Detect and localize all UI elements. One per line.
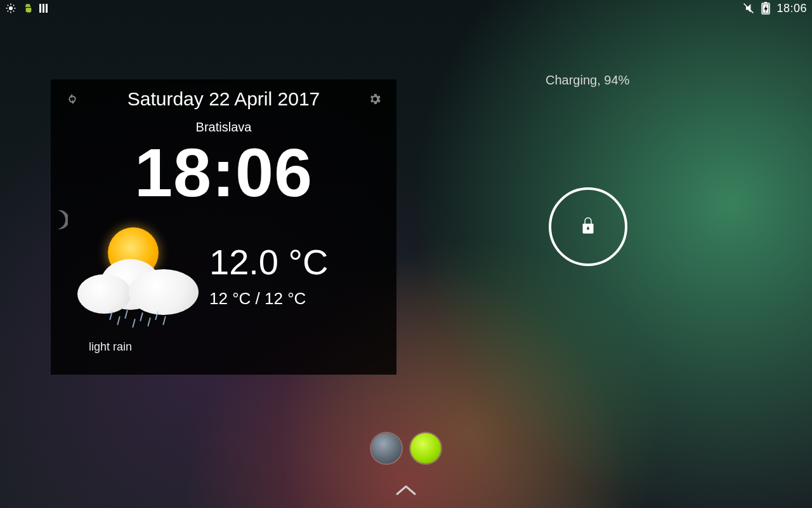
android-icon <box>23 3 33 13</box>
lock-icon <box>577 215 599 239</box>
svg-point-10 <box>29 6 29 6</box>
svg-line-7 <box>8 11 9 12</box>
svg-point-0 <box>9 6 13 10</box>
svg-rect-13 <box>764 2 767 4</box>
bars-icon <box>39 4 48 13</box>
user-avatar-1[interactable] <box>371 433 402 464</box>
temperature-range: 12 °C / 12 °C <box>209 289 328 309</box>
battery-charging-icon <box>761 2 770 15</box>
weather-description: light rain <box>89 340 384 354</box>
svg-line-6 <box>13 11 15 12</box>
unlock-ring[interactable] <box>549 187 627 266</box>
settings-button[interactable] <box>366 90 384 108</box>
widget-topbar: Saturday 22 April 2017 <box>63 88 384 110</box>
svg-point-9 <box>27 6 27 6</box>
svg-line-5 <box>8 5 9 6</box>
weather-clock-widget[interactable]: Saturday 22 April 2017 Bratislava 18:06 … <box>51 79 396 375</box>
widget-date: Saturday 22 April 2017 <box>81 88 366 110</box>
vibrate-mute-icon <box>742 2 755 15</box>
user-switcher <box>371 433 441 464</box>
widget-clock: 18:06 <box>63 133 384 212</box>
user-avatar-2[interactable] <box>410 433 441 464</box>
charging-status: Charging, 94% <box>546 73 629 88</box>
temperature-current: 12.0 °C <box>209 241 328 283</box>
status-left <box>5 3 48 14</box>
svg-line-11 <box>744 4 754 13</box>
svg-line-8 <box>13 5 15 6</box>
widget-location: Bratislava <box>63 120 384 135</box>
weather-condition-icon <box>63 215 203 335</box>
status-bar: 18:06 <box>0 0 812 17</box>
status-right: 18:06 <box>742 2 807 15</box>
weather-text: 12.0 °C 12 °C / 12 °C <box>209 241 328 309</box>
refresh-button[interactable] <box>63 90 81 108</box>
chevron-up-icon[interactable] <box>395 484 417 499</box>
brightness-icon <box>5 3 16 14</box>
weather-row: 12.0 °C 12 °C / 12 °C <box>63 215 384 335</box>
status-time: 18:06 <box>776 2 807 15</box>
